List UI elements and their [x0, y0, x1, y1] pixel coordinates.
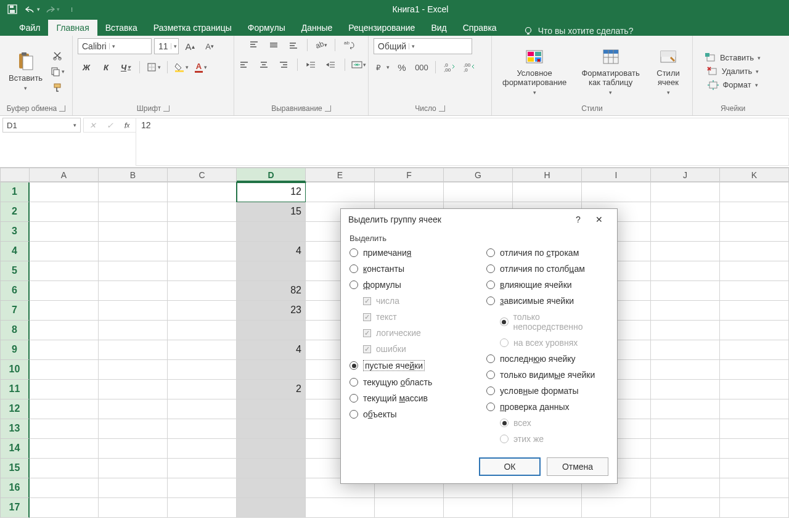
- row-header-3[interactable]: 3: [0, 222, 30, 242]
- cell-J6[interactable]: [651, 281, 720, 301]
- row-header-12[interactable]: 12: [0, 399, 30, 419]
- dialog-help-button[interactable]: ?: [568, 210, 589, 229]
- row-header-11[interactable]: 11: [0, 380, 30, 399]
- cell-B3[interactable]: [99, 222, 168, 242]
- borders-button[interactable]: ▾: [145, 60, 162, 74]
- cell-B16[interactable]: [99, 478, 168, 498]
- cell-C15[interactable]: [168, 459, 237, 478]
- row-header-14[interactable]: 14: [0, 439, 30, 459]
- cell-J4[interactable]: [651, 242, 720, 261]
- option-col-diff[interactable]: отличия по столбцам: [486, 264, 608, 274]
- tab-help[interactable]: Справка: [455, 20, 505, 36]
- cancel-button[interactable]: Отмена: [547, 457, 608, 476]
- cell-B14[interactable]: [99, 439, 168, 459]
- paste-button[interactable]: Вставить ▾: [5, 51, 46, 91]
- option-cond-formats[interactable]: условные форматы: [486, 386, 608, 396]
- cell-B17[interactable]: [99, 498, 168, 518]
- cell-K9[interactable]: [720, 340, 789, 360]
- cell-D2[interactable]: 15: [237, 202, 306, 222]
- cell-C1[interactable]: [168, 182, 237, 202]
- tab-review[interactable]: Рецензирование: [340, 20, 423, 36]
- cell-G1[interactable]: [444, 182, 513, 202]
- increase-decimal-button[interactable]: ,0,00: [441, 60, 458, 74]
- cell-B10[interactable]: [99, 360, 168, 380]
- conditional-formatting-button[interactable]: Условное форматирование▾: [497, 47, 572, 96]
- font-launcher[interactable]: [163, 105, 170, 112]
- tab-formulas[interactable]: Формулы: [240, 20, 293, 36]
- row-header-4[interactable]: 4: [0, 242, 30, 261]
- option-constants[interactable]: константы: [350, 264, 472, 274]
- column-header-E[interactable]: E: [306, 168, 375, 182]
- cell-F17[interactable]: [375, 498, 444, 518]
- cell-D1[interactable]: 12: [237, 182, 306, 202]
- option-blanks[interactable]: пустые ячейки: [350, 360, 472, 371]
- cell-K15[interactable]: [720, 459, 789, 478]
- cell-K12[interactable]: [720, 399, 789, 419]
- tab-view[interactable]: Вид: [423, 20, 454, 36]
- cell-J2[interactable]: [651, 202, 720, 222]
- cell-D4[interactable]: 4: [237, 242, 306, 261]
- cell-D6[interactable]: 82: [237, 281, 306, 301]
- cell-A7[interactable]: [30, 301, 99, 321]
- cell-D17[interactable]: [237, 498, 306, 518]
- cell-D16[interactable]: [237, 478, 306, 498]
- cell-D3[interactable]: [237, 222, 306, 242]
- increase-indent-button[interactable]: [322, 58, 340, 72]
- cell-J11[interactable]: [651, 380, 720, 399]
- select-all-corner[interactable]: [0, 168, 30, 182]
- column-header-B[interactable]: B: [99, 168, 168, 182]
- cell-C5[interactable]: [168, 261, 237, 281]
- cell-K6[interactable]: [720, 281, 789, 301]
- save-button[interactable]: [4, 2, 21, 17]
- alignment-launcher[interactable]: [325, 105, 331, 112]
- cell-A12[interactable]: [30, 399, 99, 419]
- align-middle-button[interactable]: [265, 38, 282, 52]
- cell-D9[interactable]: 4: [237, 340, 306, 360]
- cell-J15[interactable]: [651, 459, 720, 478]
- cell-J3[interactable]: [651, 222, 720, 242]
- font-name-combo[interactable]: Calibri▾: [78, 38, 152, 54]
- align-right-button[interactable]: [275, 58, 292, 72]
- cell-K4[interactable]: [720, 242, 789, 261]
- tab-insert[interactable]: Вставка: [97, 20, 145, 36]
- bold-button[interactable]: Ж: [78, 60, 95, 74]
- insert-cells-button[interactable]: Вставить▾: [705, 53, 761, 63]
- cell-B8[interactable]: [99, 321, 168, 340]
- number-format-combo[interactable]: Общий▾: [374, 38, 472, 54]
- row-header-10[interactable]: 10: [0, 360, 30, 380]
- cell-J1[interactable]: [651, 182, 720, 202]
- option-current-array[interactable]: текущий массив: [350, 393, 472, 403]
- cell-I1[interactable]: [582, 182, 651, 202]
- decrease-indent-button[interactable]: [303, 58, 320, 72]
- cell-H17[interactable]: [513, 498, 582, 518]
- cell-A4[interactable]: [30, 242, 99, 261]
- cell-B2[interactable]: [99, 202, 168, 222]
- cell-K11[interactable]: [720, 380, 789, 399]
- underline-button[interactable]: Ч▾: [117, 60, 134, 74]
- cell-K14[interactable]: [720, 439, 789, 459]
- decrease-font-button[interactable]: A▾: [201, 39, 218, 53]
- option-current-region[interactable]: текущую область: [350, 377, 472, 387]
- row-header-5[interactable]: 5: [0, 261, 30, 281]
- cell-D12[interactable]: [237, 399, 306, 419]
- cell-J8[interactable]: [651, 321, 720, 340]
- cell-C2[interactable]: [168, 202, 237, 222]
- column-header-D[interactable]: D: [237, 168, 306, 182]
- cell-K5[interactable]: [720, 261, 789, 281]
- cell-C10[interactable]: [168, 360, 237, 380]
- tab-home[interactable]: Главная: [48, 20, 97, 36]
- cell-B7[interactable]: [99, 301, 168, 321]
- align-left-button[interactable]: [235, 58, 253, 72]
- cell-C17[interactable]: [168, 498, 237, 518]
- cell-D14[interactable]: [237, 439, 306, 459]
- clipboard-launcher[interactable]: [59, 105, 65, 112]
- cell-J14[interactable]: [651, 439, 720, 459]
- option-visible[interactable]: только видимые ячейки: [486, 370, 608, 380]
- ok-button[interactable]: ОК: [479, 457, 541, 476]
- row-header-2[interactable]: 2: [0, 202, 30, 222]
- row-header-16[interactable]: 16: [0, 478, 30, 498]
- cell-D10[interactable]: [237, 360, 306, 380]
- option-precedents[interactable]: влияющие ячейки: [486, 280, 608, 290]
- increase-font-button[interactable]: A▴: [181, 39, 198, 53]
- cell-B13[interactable]: [99, 419, 168, 439]
